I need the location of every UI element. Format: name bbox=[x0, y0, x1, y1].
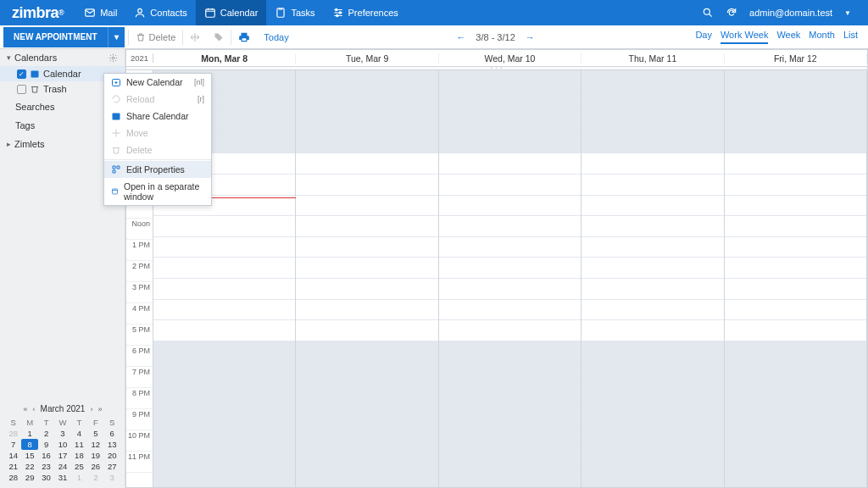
minical-day[interactable]: 8 bbox=[21, 439, 37, 450]
new-appointment-button[interactable]: NEW APPOINTMENT ▾ bbox=[3, 27, 125, 47]
minical-day[interactable]: 27 bbox=[104, 461, 120, 472]
prev-range-button[interactable]: ← bbox=[453, 32, 469, 42]
next-range-button[interactable]: → bbox=[522, 32, 538, 42]
minical-day[interactable]: 26 bbox=[87, 461, 103, 472]
minical-day[interactable]: 16 bbox=[38, 450, 54, 461]
minical-day[interactable]: 23 bbox=[38, 461, 54, 472]
svg-rect-11 bbox=[113, 114, 120, 120]
minical-day[interactable]: 4 bbox=[71, 428, 87, 439]
day-col-1[interactable]: Tue, Mar 9 bbox=[296, 53, 438, 64]
minical-day[interactable]: 1 bbox=[71, 472, 87, 483]
svg-point-6 bbox=[336, 14, 337, 16]
minical-day[interactable]: 30 bbox=[38, 472, 54, 483]
ctx-open-window[interactable]: Open in a separate window bbox=[104, 178, 211, 205]
minical-day[interactable]: 12 bbox=[87, 439, 103, 450]
minical-day[interactable]: 6 bbox=[104, 428, 120, 439]
user-dropdown-icon[interactable]: ▼ bbox=[844, 9, 851, 17]
move-icon bbox=[190, 32, 200, 42]
minical-day[interactable]: 13 bbox=[104, 439, 120, 450]
minical-day[interactable]: 28 bbox=[5, 428, 21, 439]
refresh-icon[interactable] bbox=[726, 7, 737, 19]
calendar-icon bbox=[30, 69, 40, 79]
minical-day[interactable]: 7 bbox=[5, 439, 21, 450]
minical-day[interactable]: 20 bbox=[104, 450, 120, 461]
context-menu: New Calendar[nl] Reload[r] Share Calenda… bbox=[103, 73, 212, 206]
tag-button[interactable] bbox=[207, 25, 231, 49]
days-area[interactable] bbox=[153, 70, 867, 487]
ctx-edit-properties[interactable]: Edit Properties bbox=[104, 161, 211, 178]
year-label: 2021 bbox=[126, 53, 153, 63]
time-label: 8 PM bbox=[126, 388, 153, 409]
sidebar-calendars-head[interactable]: ▾ Calendars bbox=[0, 49, 125, 66]
svg-point-4 bbox=[335, 8, 337, 10]
minical-day[interactable]: 18 bbox=[71, 450, 87, 461]
gear-icon[interactable] bbox=[108, 53, 118, 63]
minical-day[interactable]: 29 bbox=[21, 472, 37, 483]
minical-day[interactable]: 3 bbox=[104, 472, 120, 483]
minical-prev-month[interactable]: ‹ bbox=[33, 405, 36, 413]
move-button[interactable] bbox=[183, 25, 207, 49]
time-label: 10 PM bbox=[126, 430, 153, 452]
nav-contacts[interactable]: Contacts bbox=[125, 0, 195, 25]
view-list[interactable]: List bbox=[843, 30, 858, 44]
time-label: 4 PM bbox=[126, 303, 153, 324]
ctx-share[interactable]: Share Calendar bbox=[104, 108, 211, 125]
user-label[interactable]: admin@domain.test bbox=[749, 8, 832, 18]
minical-day[interactable]: 24 bbox=[54, 461, 70, 472]
day-column[interactable] bbox=[296, 70, 438, 487]
day-col-0[interactable]: Mon, Mar 8 bbox=[153, 53, 296, 64]
delete-button[interactable]: Delete bbox=[129, 25, 183, 49]
minical-day[interactable]: 31 bbox=[54, 472, 70, 483]
search-icon[interactable] bbox=[702, 7, 714, 19]
date-range[interactable]: 3/8 - 3/12 bbox=[476, 32, 515, 42]
time-label: 1 PM bbox=[126, 240, 153, 261]
nav-preferences[interactable]: Preferences bbox=[324, 0, 407, 25]
minical-day[interactable]: 21 bbox=[5, 461, 21, 472]
day-column[interactable] bbox=[439, 70, 581, 487]
print-button[interactable] bbox=[231, 25, 257, 49]
day-col-3[interactable]: Thu, Mar 11 bbox=[581, 53, 724, 64]
minical-day[interactable]: 5 bbox=[87, 428, 103, 439]
day-col-2[interactable]: Wed, Mar 10 bbox=[439, 53, 581, 64]
time-label bbox=[126, 473, 153, 487]
minical-day[interactable]: 2 bbox=[38, 428, 54, 439]
minical-day[interactable]: 9 bbox=[38, 439, 54, 450]
view-day[interactable]: Day bbox=[695, 30, 712, 44]
view-month[interactable]: Month bbox=[809, 30, 835, 44]
nav-tasks[interactable]: Tasks bbox=[266, 0, 323, 25]
minical-next-month[interactable]: › bbox=[90, 405, 92, 413]
minical-day[interactable]: 28 bbox=[5, 472, 21, 483]
ctx-new-calendar[interactable]: New Calendar[nl] bbox=[104, 74, 211, 91]
minical-day[interactable]: 3 bbox=[54, 428, 70, 439]
minical-day[interactable]: 17 bbox=[54, 450, 70, 461]
print-icon bbox=[238, 31, 250, 43]
minical-day[interactable]: 19 bbox=[87, 450, 103, 461]
minical-day[interactable]: 2 bbox=[87, 472, 103, 483]
day-col-4[interactable]: Fri, Mar 12 bbox=[725, 53, 867, 64]
checkbox-icon[interactable]: ✓ bbox=[17, 69, 26, 79]
nav-mail[interactable]: Mail bbox=[75, 0, 125, 25]
minical-day[interactable]: 15 bbox=[21, 450, 37, 461]
minical-day[interactable]: 25 bbox=[71, 461, 87, 472]
view-work-week[interactable]: Work Week bbox=[721, 30, 768, 44]
minical-day[interactable]: 10 bbox=[54, 439, 70, 450]
calendar-grid: 2021 Mon, Mar 8 Tue, Mar 9 Wed, Mar 10 T… bbox=[125, 49, 868, 488]
tag-icon bbox=[214, 32, 224, 42]
day-column[interactable] bbox=[725, 70, 867, 487]
minical-day[interactable]: 1 bbox=[21, 428, 37, 439]
day-column[interactable] bbox=[581, 70, 724, 487]
minical-day[interactable]: 22 bbox=[21, 461, 37, 472]
time-label: 2 PM bbox=[126, 261, 153, 282]
chevron-right-icon: ▸ bbox=[7, 140, 11, 148]
minical-prev-year[interactable]: « bbox=[24, 405, 28, 413]
view-week[interactable]: Week bbox=[776, 30, 800, 44]
time-label: 11 PM bbox=[126, 452, 153, 473]
today-button[interactable]: Today bbox=[257, 25, 295, 49]
minical-day[interactable]: 14 bbox=[5, 450, 21, 461]
mini-calendar: « ‹ March 2021 › » SMTWTFS 2812345678910… bbox=[0, 401, 125, 488]
checkbox-icon[interactable] bbox=[17, 85, 26, 94]
minical-next-year[interactable]: » bbox=[97, 405, 102, 413]
nav-calendar[interactable]: Calendar bbox=[196, 0, 267, 25]
chevron-down-icon[interactable]: ▾ bbox=[108, 27, 125, 47]
minical-day[interactable]: 11 bbox=[71, 439, 87, 450]
